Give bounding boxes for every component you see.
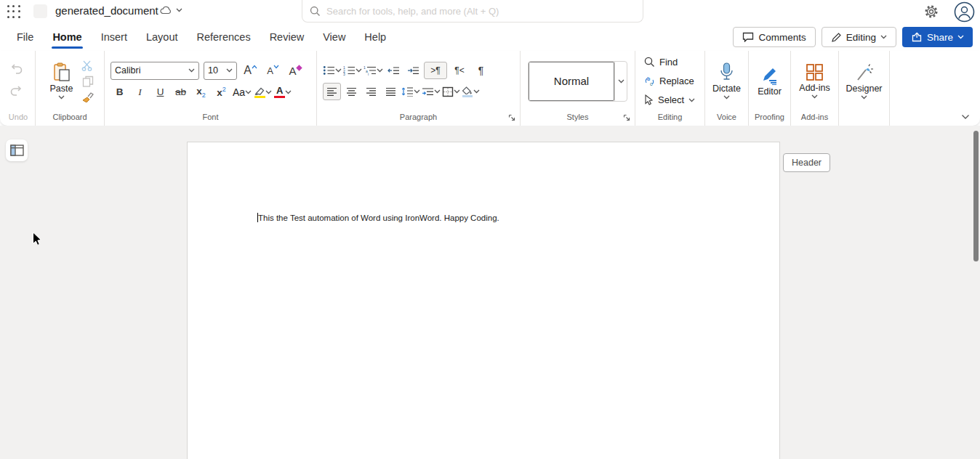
ltr-mark-label: >¶ [430, 65, 440, 76]
borders-chevron-icon [454, 89, 460, 94]
find-label: Find [659, 57, 678, 68]
show-formatting-marks-button[interactable]: ¶ [472, 62, 490, 79]
share-chevron-down-icon [957, 35, 964, 39]
search-input[interactable] [326, 6, 635, 17]
tab-help[interactable]: Help [355, 25, 395, 49]
group-paragraph: 123 1ai [317, 51, 521, 126]
app-launcher-waffle-icon[interactable] [6, 4, 22, 20]
font-size-combobox[interactable]: 10 [204, 62, 237, 80]
paste-button[interactable]: Paste [46, 61, 78, 101]
grow-font-caret-icon [252, 65, 257, 69]
tab-review[interactable]: Review [260, 25, 314, 49]
styles-gallery-expand[interactable] [614, 62, 627, 101]
align-right-button[interactable] [362, 83, 380, 100]
subscript-button[interactable]: x2 [192, 84, 210, 101]
borders-icon [442, 86, 454, 97]
account-avatar[interactable] [954, 1, 975, 23]
font-family-combobox[interactable]: Calibri [111, 62, 199, 80]
text-highlight-button[interactable] [254, 86, 272, 98]
cut-scissors-icon[interactable] [81, 60, 94, 71]
editing-pencil-icon [831, 32, 842, 43]
font-family-value: Calibri [115, 65, 140, 76]
addins-button[interactable]: Add-ins [795, 62, 834, 100]
justify-button[interactable] [382, 83, 400, 100]
document-title[interactable]: generated_document [55, 4, 158, 17]
paragraph-dialog-launcher-icon[interactable] [508, 114, 516, 122]
comments-button[interactable]: Comments [733, 27, 815, 47]
bullets-button[interactable] [323, 65, 342, 76]
group-label-voice: Voice [705, 111, 748, 126]
tab-file[interactable]: File [7, 25, 43, 49]
tab-references[interactable]: References [187, 25, 260, 49]
settings-gear-icon[interactable] [923, 4, 939, 20]
numbering-chevron-icon [356, 68, 362, 73]
style-normal[interactable]: Normal [529, 62, 614, 101]
increase-indent-button[interactable] [404, 62, 422, 79]
header-button[interactable]: Header [783, 153, 830, 172]
svg-text:3: 3 [343, 72, 345, 76]
document-page[interactable]: This the Test automation of Word using I… [187, 142, 780, 459]
strikethrough-button[interactable]: ab [172, 84, 190, 101]
select-button[interactable]: Select [644, 92, 695, 109]
navigation-pane-toggle[interactable] [6, 139, 28, 161]
editor-button[interactable]: Editor [753, 65, 786, 98]
group-addins: Add-ins Add-ins [791, 51, 839, 126]
grow-font-button[interactable]: A [241, 62, 260, 79]
font-color-button[interactable]: A [274, 86, 292, 98]
tab-insert[interactable]: Insert [92, 25, 137, 49]
replace-button[interactable]: b c Replace [644, 73, 694, 90]
numbering-button[interactable]: 123 [343, 65, 362, 76]
rtl-text-direction-button[interactable]: ¶< [449, 62, 470, 79]
shading-chevron-icon [473, 89, 480, 94]
title-chevron-down-icon[interactable] [176, 8, 183, 13]
italic-button[interactable]: I [131, 84, 149, 101]
format-painter-icon[interactable] [81, 92, 94, 102]
share-button[interactable]: Share [902, 27, 973, 47]
styles-dialog-launcher-icon[interactable] [623, 114, 631, 122]
bold-button[interactable]: B [111, 84, 129, 101]
editing-chevron-down-icon [880, 35, 887, 39]
italic-label: I [138, 86, 142, 98]
search-box[interactable] [302, 0, 643, 23]
change-case-button[interactable]: Aa [233, 86, 252, 98]
group-voice: Dictate Voice [705, 51, 749, 126]
ltr-text-direction-button[interactable]: >¶ [424, 62, 447, 79]
undo-icon[interactable] [9, 63, 28, 78]
ribbon-collapse-chevron-icon[interactable] [961, 114, 970, 120]
line-spacing-chevron-icon [414, 89, 420, 94]
clear-formatting-button[interactable]: A [286, 62, 305, 79]
decrease-indent-button[interactable] [385, 62, 403, 79]
superscript-base: x [217, 87, 222, 98]
designer-button[interactable]: Designer [841, 62, 886, 101]
document-text-line[interactable]: This the Test automation of Word using I… [257, 213, 499, 222]
redo-icon[interactable] [9, 85, 28, 99]
group-clipboard: Paste Clipboard [36, 51, 105, 126]
borders-button[interactable] [442, 86, 460, 97]
navigation-pane-icon [10, 145, 24, 156]
find-button[interactable]: Find [644, 54, 678, 71]
copy-icon[interactable] [82, 76, 94, 87]
shrink-font-button[interactable]: A [264, 62, 282, 79]
replace-label: Replace [659, 76, 694, 86]
ribbon: Undo Paste [0, 51, 980, 126]
superscript-button[interactable]: x2 [212, 84, 230, 101]
shading-button[interactable] [462, 86, 480, 97]
paragraph-spacing-button[interactable] [422, 87, 441, 97]
line-spacing-icon [401, 86, 414, 97]
addins-chevron-icon [811, 94, 818, 99]
editing-mode-button[interactable]: Editing [822, 27, 896, 47]
tab-view[interactable]: View [313, 25, 355, 49]
multilevel-list-button[interactable]: 1ai [364, 65, 383, 76]
align-center-button[interactable] [342, 83, 361, 100]
shrink-font-caret-icon [273, 65, 279, 69]
line-spacing-button[interactable] [401, 86, 420, 97]
align-left-button[interactable] [323, 83, 341, 100]
underline-button[interactable]: U [151, 84, 169, 101]
tab-layout[interactable]: Layout [137, 25, 188, 49]
replace-icon: b c [644, 76, 655, 86]
vertical-scrollbar-thumb[interactable] [973, 131, 979, 261]
tab-home[interactable]: Home [43, 25, 91, 49]
underline-label: U [157, 86, 164, 97]
select-chevron-icon [688, 98, 695, 102]
dictate-button[interactable]: Dictate [708, 61, 745, 101]
